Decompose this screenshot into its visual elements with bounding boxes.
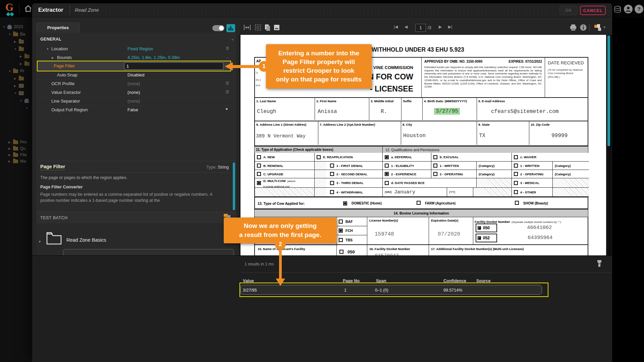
- property-row-page-filter-highlighted[interactable]: Page Filter …: [37, 61, 231, 71]
- test-batch-label: TEST BATCH: [40, 216, 68, 220]
- box-icon: [19, 91, 24, 95]
- help-icon[interactable]: ?: [635, 5, 643, 13]
- batch-root-label[interactable]: Read Zone Basics: [66, 237, 106, 243]
- grooper-logo[interactable]: G: [5, 1, 13, 13]
- property-section-general[interactable]: GENERAL ⌄: [36, 35, 232, 44]
- expander-down-icon[interactable]: ▼: [25, 107, 30, 110]
- expander-down-icon[interactable]: ▼: [20, 99, 24, 102]
- expander-right-icon[interactable]: ▶: [14, 77, 19, 80]
- viewer-toolbar: |◀ ◀ 1 /3 ▶ ▶|: [239, 20, 612, 35]
- sidebar-item[interactable]: ▶: [14, 38, 24, 45]
- stack-icon[interactable]: [613, 5, 622, 14]
- property-value[interactable]: Disabled: [127, 72, 145, 77]
- sidebar-item-ba[interactable]: ▼Ba: [8, 31, 25, 38]
- viewer-scrollbar-track[interactable]: [607, 35, 611, 255]
- diagnostics-chart-button[interactable]: [226, 24, 235, 32]
- account-icon[interactable]: [624, 5, 633, 13]
- expander-down-icon[interactable]: ▼: [8, 33, 13, 36]
- field-value: 389 N Vermont Way: [256, 133, 306, 139]
- sidebar-item-pr[interactable]: ▼Pr: [8, 68, 24, 74]
- menu-icon[interactable]: ☰: [226, 81, 229, 85]
- sidebar-item[interactable]: ▶: [14, 82, 24, 89]
- next-page-button[interactable]: ▶: [439, 24, 442, 29]
- menu-icon[interactable]: ☰: [226, 90, 229, 94]
- result-row[interactable]: [240, 285, 542, 295]
- page-number-input[interactable]: 1: [415, 24, 426, 32]
- expander-down-icon[interactable]: ▼: [14, 92, 19, 95]
- layout-options-icon[interactable]: [594, 24, 607, 31]
- sidebar-item-pro[interactable]: ▶Pro: [8, 139, 26, 145]
- date-received-note: (To be completed by National Cow Licensi…: [548, 68, 584, 79]
- image-icon[interactable]: [273, 24, 281, 31]
- property-value[interactable]: (none): [127, 90, 140, 95]
- field-label: 10. Zip Code: [531, 123, 549, 126]
- sidebar-item[interactable]: ▶: [14, 75, 24, 82]
- expander-right-icon[interactable]: ▶: [8, 147, 13, 150]
- cancel-button[interactable]: CANCEL: [580, 6, 606, 15]
- home-icon[interactable]: [24, 5, 32, 13]
- sidebar-item[interactable]: ▶: [20, 53, 30, 60]
- expander-right-icon[interactable]: ▶: [52, 56, 54, 59]
- expander-down-icon[interactable]: ▼: [38, 240, 41, 243]
- property-row-ocr-profile[interactable]: OCR Profile (none) ☰: [36, 79, 232, 88]
- expander-down-icon[interactable]: ▼: [14, 48, 19, 51]
- sidebar-item-qu[interactable]: ▶Qu: [8, 145, 26, 152]
- field-value: Houston: [403, 133, 426, 139]
- chevron-down-icon[interactable]: ⌄: [231, 36, 234, 41]
- expander-down-icon[interactable]: ▼: [46, 48, 49, 51]
- expander-right-icon[interactable]: ▶: [8, 141, 13, 144]
- callout-2-number: 2: [275, 239, 286, 250]
- region-select-icon[interactable]: [254, 24, 262, 31]
- field-value: Cleugh: [257, 109, 276, 115]
- print-icon[interactable]: [569, 24, 577, 31]
- square-icon[interactable]: ■: [226, 107, 227, 111]
- properties-toggle[interactable]: [212, 25, 224, 31]
- ok-button[interactable]: OK: [559, 6, 578, 15]
- first-page-button[interactable]: |◀: [394, 24, 398, 29]
- property-row-line-separator[interactable]: Line Separator (none): [36, 97, 232, 106]
- expander-down-icon[interactable]: ▼: [8, 70, 13, 73]
- sidebar-item-2023[interactable]: ▼2023: [3, 23, 23, 30]
- expander-right-icon[interactable]: ▶: [20, 55, 24, 58]
- property-value[interactable]: (none): [127, 81, 140, 86]
- sidebar-item[interactable]: ▼: [20, 97, 29, 104]
- sidebar-item-ma[interactable]: ▶Ma: [8, 158, 26, 165]
- property-value[interactable]: 4.25in, 1.6in, 1.25in, 0.39in: [127, 55, 180, 60]
- sidebar-item[interactable]: ▼: [25, 105, 30, 111]
- property-value[interactable]: (none): [127, 99, 140, 104]
- sidebar-item[interactable]: ▶: [20, 60, 30, 67]
- property-row-location[interactable]: ▼ Location Fixed Region ☰: [36, 45, 232, 53]
- info-icon[interactable]: [579, 24, 587, 31]
- viewer-scrollbar-thumb[interactable]: [607, 36, 610, 146]
- ellipsis-icon[interactable]: …: [226, 55, 229, 59]
- expander-right-icon[interactable]: ▶: [14, 40, 19, 43]
- expander-right-icon[interactable]: ▶: [20, 62, 24, 65]
- expander-right-icon[interactable]: ▶: [14, 84, 19, 87]
- pages-icon[interactable]: [263, 24, 271, 31]
- sidebar-item[interactable]: ▼: [14, 46, 24, 52]
- omb-label: APPROVED BY OMB: NO. 3150-0090: [424, 60, 482, 63]
- expander-down-icon[interactable]: ▼: [3, 25, 7, 28]
- menu-icon[interactable]: ☰: [226, 46, 229, 51]
- flashlight-icon[interactable]: [597, 260, 602, 268]
- sidebar-item-file[interactable]: ▶File: [8, 152, 27, 158]
- help-type: Type: String: [206, 165, 229, 170]
- type-label: Type:: [206, 165, 217, 170]
- property-value[interactable]: Fixed Region: [127, 46, 153, 51]
- expander-right-icon[interactable]: ▶: [8, 154, 13, 157]
- property-row-output-full-region[interactable]: Output Full Region False ■: [36, 106, 232, 114]
- last-page-button[interactable]: ▶|: [448, 24, 452, 29]
- bar-icon: [232, 28, 233, 31]
- page-filter-input[interactable]: [124, 62, 223, 70]
- tab-properties[interactable]: Properties: [36, 22, 80, 33]
- sidebar-item[interactable]: ▼: [14, 90, 24, 97]
- fit-width-icon[interactable]: [243, 24, 251, 31]
- prev-page-button[interactable]: ◀: [405, 24, 408, 29]
- scrollbar-thumb[interactable]: [233, 163, 235, 210]
- expander-right-icon[interactable]: ▶: [8, 160, 13, 163]
- folder-icon: [19, 47, 24, 51]
- property-row-auto-snap[interactable]: Auto Snap Disabled: [36, 71, 232, 79]
- property-row-value-extractor[interactable]: Value Extractor (none) ☰: [36, 88, 232, 97]
- section-label: GENERAL: [40, 37, 61, 42]
- property-value[interactable]: False: [127, 107, 138, 112]
